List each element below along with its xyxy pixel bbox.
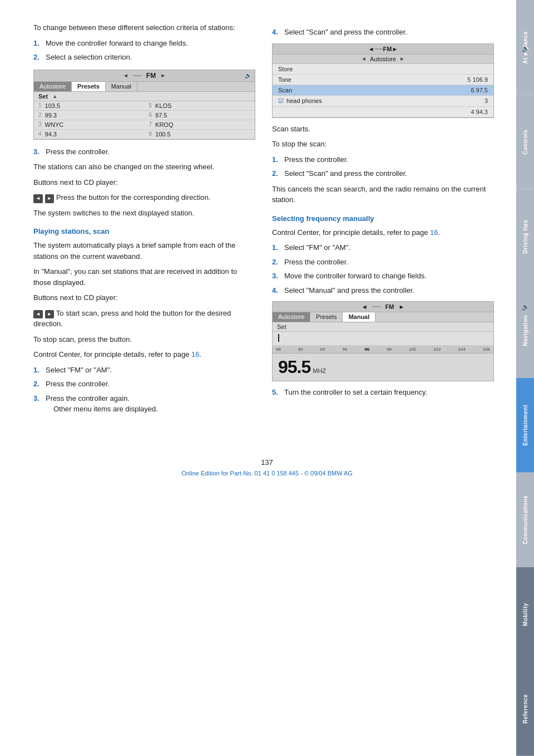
step-3: 3. Press the controller. — [33, 146, 255, 158]
freq-104: 104 — [458, 347, 465, 352]
scan-ui-header: ◄ FM ► 🔈 — [273, 44, 493, 55]
preset-2-label: 99.3 — [45, 112, 57, 119]
manual-tabs: Autostore Presets Manual — [273, 312, 493, 322]
manual-header-left-icon: ◄ — [362, 303, 368, 310]
scan-step-3: 3. Press the controller again.Other menu… — [33, 393, 255, 415]
autostore-right-icon: ► — [399, 56, 405, 62]
freq-92: 92 — [320, 347, 325, 352]
manual-set-row: Set — [273, 322, 493, 332]
scan-right-btn-icon: ► — [45, 310, 55, 319]
preset-3: 3 WNYC — [34, 120, 145, 130]
right-step-4: 4. Select "Scan" and press the controlle… — [272, 27, 494, 38]
arrow-right-btn-icon: ► — [45, 194, 55, 203]
presets-grid: 1 103.5 5 KLOS 2 99.3 6 97.5 3 WNYC — [34, 101, 255, 139]
sidebar-item-navigation[interactable]: Navigation — [516, 283, 534, 378]
big-freq-unit: MHZ — [313, 367, 326, 374]
preset-6-label: 97.5 — [155, 112, 167, 119]
tab-autostore[interactable]: Autostore — [34, 82, 72, 91]
manual-steps: 1. Select "FM" or "AM". 2. Press the con… — [272, 242, 494, 296]
scan-step-3-num: 3. — [33, 393, 42, 415]
tab-manual[interactable]: Manual — [106, 82, 137, 91]
freq-88: 88 — [276, 347, 281, 352]
manual-tab-manual[interactable]: Manual — [343, 312, 375, 322]
sidebar-item-driving-tips[interactable]: Driving tips — [516, 189, 534, 284]
stop-step-2-text: Select "Scan" and press the controller. — [284, 168, 494, 179]
page-ref-16-left[interactable]: 16 — [191, 350, 199, 359]
scan-step-2-num: 2. — [33, 379, 42, 390]
manual-step-2-text: Press the controller. — [284, 257, 494, 268]
preset-6-num: 6 — [149, 112, 152, 118]
store-label: Store — [278, 66, 293, 72]
manual-step-1-text: Select "FM" or "AM". — [284, 242, 494, 253]
buttons-switch-text: The system switches to the next displaye… — [33, 208, 255, 219]
tone-value: 5 106.9 — [467, 76, 488, 83]
left-column: To change between these different select… — [33, 22, 255, 419]
scan-starts-text: Scan starts. — [272, 124, 494, 135]
scan-step-1: 1. Select "FM" or "AM". — [33, 365, 255, 376]
scan-buttons-label: Buttons next to CD player: — [33, 292, 255, 303]
scan-menu-last: 4 94.3 — [273, 107, 493, 117]
manual-header-fm: FM — [385, 303, 394, 310]
scan-menu-tone: Tone 5 106.9 — [273, 75, 493, 85]
freq-94: 94 — [342, 347, 347, 352]
sidebar-item-entertainment[interactable]: Entertainment — [516, 378, 534, 473]
scan-stop-text: To stop scan, press the button. — [33, 334, 255, 345]
scan-menu-scan: Scan 6 97.5 — [273, 85, 493, 96]
preset-3-num: 3 — [38, 121, 42, 127]
right-column: 4. Select "Scan" and press the controlle… — [272, 22, 494, 419]
manual-step-2-num: 2. — [272, 257, 281, 268]
manual-input-row — [273, 332, 493, 346]
step-5-num: 5. — [272, 387, 281, 398]
right-step-4-group: 4. Select "Scan" and press the controlle… — [272, 27, 494, 38]
manual-tab-presets[interactable]: Presets — [310, 312, 343, 322]
manual-tab-autostore[interactable]: Autostore — [273, 312, 310, 322]
manual-step-2: 2. Press the controller. — [272, 257, 494, 268]
preset-5-label: KLOS — [155, 102, 171, 109]
big-frequency: 95.5 — [278, 357, 310, 377]
preset-1-label: 103.5 — [45, 102, 61, 109]
page-ref-16-right[interactable]: 16 — [430, 228, 438, 237]
sidebar-item-reference[interactable]: Reference — [516, 661, 534, 756]
scan-icon-row: ◄ ► To start scan, press and hold the bu… — [33, 308, 255, 330]
radio-tabs: Autostore Presets Manual — [34, 82, 255, 92]
step-3-num: 3. — [33, 146, 42, 158]
sidebar-item-controls[interactable]: Controls — [516, 95, 534, 189]
preset-8-label: 100.5 — [155, 131, 171, 138]
manual-set-label: Set — [277, 323, 286, 330]
sidebar-item-mobility[interactable]: Mobility — [516, 567, 534, 662]
step-3-group: 3. Press the controller. — [33, 146, 255, 158]
buttons-icon-text: Press the button for the corresponding d… — [56, 193, 211, 202]
header-fm-label: FM — [146, 72, 156, 80]
manual-step-4-num: 4. — [272, 285, 281, 296]
scan-header-fm: FM — [383, 46, 392, 52]
stop-steps: 1. Press the controller. 2. Select "Scan… — [272, 154, 494, 179]
stop-scan-label: To stop the scan: — [272, 139, 494, 150]
sidebar-item-communications[interactable]: Communications — [516, 473, 534, 567]
buttons-icon-row: ◄ ► Press the button for the correspondi… — [33, 192, 255, 203]
freq-100: 100 — [409, 347, 416, 352]
manual-step-4: 4. Select "Manual" and press the control… — [272, 285, 494, 296]
cancels-text: This cancels the scan search, and the ra… — [272, 184, 494, 205]
step-1-text: Move the controller forward to change fi… — [46, 38, 255, 49]
stop-step-1-text: Press the controller. — [284, 154, 494, 165]
scan-step-1-num: 1. — [33, 365, 42, 376]
autostore-left-icon: ◄ — [361, 56, 367, 62]
preset-7-label: KROQ — [155, 121, 173, 128]
preset-4-num: 4 — [38, 131, 42, 137]
intro-text: To change between these different select… — [33, 22, 255, 33]
scan-autostore-row: ◄ Autostore ► — [273, 55, 493, 64]
stop-step-2: 2. Select "Scan" and press the controlle… — [272, 168, 494, 179]
manual-input-cursor — [277, 334, 279, 343]
headphones-label: ☑ head phones — [278, 97, 322, 105]
scan-ui: ◄ FM ► 🔈 ◄ Autostore ► Store Tone 5 106.… — [272, 43, 494, 118]
preset-8-num: 8 — [149, 131, 152, 137]
scan-step-2-text: Press the controller. — [46, 379, 255, 390]
scan-menu-headphones: ☑ head phones 3 — [273, 96, 493, 107]
step-2-num: 2. — [33, 52, 42, 63]
stop-step-1-num: 1. — [272, 154, 281, 165]
manual-step-1-num: 1. — [272, 242, 281, 253]
manual-header-band — [372, 306, 381, 307]
freq-102: 102 — [433, 347, 441, 352]
tab-presets[interactable]: Presets — [72, 82, 106, 91]
freq-98: 98 — [387, 347, 392, 352]
